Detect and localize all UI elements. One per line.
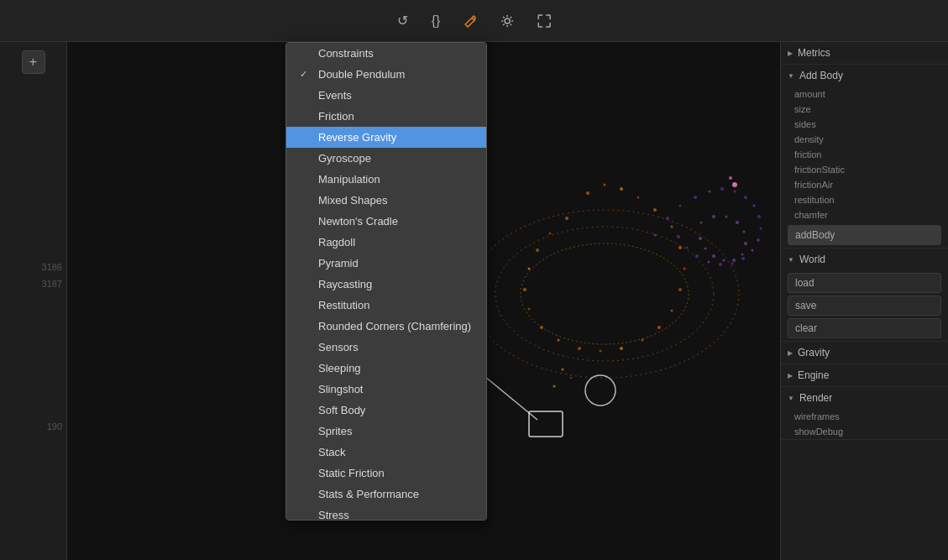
dropdown-item-newtons-cradle[interactable]: Newton's Cradle [286,211,486,232]
dropdown-label-stats-performance: Stats & Performance [318,488,419,500]
svg-point-24 [536,249,539,252]
dropdown-item-events[interactable]: Events [286,85,486,106]
render-header[interactable]: ▼ Render [781,387,948,409]
prop-restitution: restitution [781,192,948,207]
svg-point-7 [637,196,640,199]
svg-point-40 [741,257,745,260]
world-clear-button[interactable]: clear [788,318,941,338]
svg-point-37 [760,228,762,230]
dropdown-label-pyramid: Pyramid [318,257,359,270]
svg-point-28 [666,217,669,220]
svg-point-47 [700,222,703,224]
svg-point-20 [540,326,543,329]
fullscreen-button[interactable] [531,11,558,31]
dropdown-item-constraints[interactable]: Constraints [286,43,486,64]
gravity-header[interactable]: ▶ Gravity [781,342,948,364]
add-body-label: Add Body [799,70,843,81]
metrics-section: ▶ Metrics [781,42,948,65]
gravity-section: ▶ Gravity [781,342,948,364]
svg-point-3 [521,243,689,344]
add-button[interactable]: + [22,50,45,74]
svg-point-45 [686,247,689,249]
refresh-button[interactable]: ↺ [390,9,415,32]
svg-point-22 [523,288,526,291]
check-mark-double-pendulum: ✓ [300,69,313,80]
dropdown-label-manipulation: Manipulation [318,173,380,186]
svg-point-10 [678,246,682,249]
render-triangle: ▼ [788,395,794,402]
dropdown-item-stats-performance[interactable]: Stats & Performance [286,484,486,505]
svg-point-49 [725,216,728,218]
world-load-button[interactable]: load [788,273,941,293]
coord-y2: 3187 [0,277,65,290]
dropdown-item-double-pendulum[interactable]: ✓Double Pendulum [286,64,486,85]
settings-button[interactable] [494,11,521,31]
add-body-section: ▼ Add Body amount size sides density fri… [781,65,948,249]
dropdown-item-raycasting[interactable]: Raycasting [286,274,486,295]
dropdown-item-restitution[interactable]: Restitution [286,295,486,316]
dropdown-item-reverse-gravity[interactable]: Reverse Gravity [286,127,486,148]
dropdown-label-static-friction: Static Friction [318,467,385,479]
edit-icon [464,14,477,28]
add-body-button[interactable]: addBody [788,225,941,245]
dropdown-label-friction: Friction [318,110,354,123]
svg-point-0 [505,18,510,24]
prop-sides: sides [781,117,948,132]
metrics-header[interactable]: ▶ Metrics [781,42,948,64]
prop-density: density [781,132,948,147]
svg-point-63 [562,369,564,371]
world-triangle: ▼ [788,256,794,264]
dropdown-item-ragdoll[interactable]: Ragdoll [286,232,486,253]
svg-point-15 [642,339,644,342]
dropdown-item-pyramid[interactable]: Pyramid [286,253,486,274]
dropdown-item-stack[interactable]: Stack [286,442,486,463]
dropdown-item-sleeping[interactable]: Sleeping [286,358,486,379]
svg-point-66 [732,182,737,187]
dropdown-item-mixed-shapes[interactable]: Mixed Shapes [286,190,486,211]
world-label: World [799,254,825,265]
dropdown-label-constraints: Constraints [318,47,374,60]
dropdown-item-manipulation[interactable]: Manipulation [286,169,486,190]
dropdown-item-slingshot[interactable]: Slingshot [286,379,486,400]
add-body-triangle: ▼ [788,72,794,80]
svg-point-46 [677,235,680,238]
dropdown-label-sensors: Sensors [318,341,359,353]
dropdown-item-sprites[interactable]: Sprites [286,421,486,442]
world-header[interactable]: ▼ World [781,249,948,270]
svg-point-5 [604,184,606,186]
svg-point-42 [719,263,722,266]
world-save-button[interactable]: save [788,296,941,316]
edit-button[interactable] [457,11,484,31]
engine-label: Engine [798,369,829,381]
svg-point-52 [744,242,747,245]
coord-y3: 190 [0,420,65,432]
world-section: ▼ World load save clear [781,249,948,342]
svg-point-19 [558,339,560,342]
svg-point-43 [708,261,710,264]
engine-header[interactable]: ▶ Engine [781,364,948,386]
dropdown-item-friction[interactable]: Friction [286,106,486,127]
dropdown-item-soft-body[interactable]: Soft Body [286,400,486,421]
add-body-header[interactable]: ▼ Add Body [781,65,948,86]
right-sidebar: ▶ Metrics ▼ Add Body amount size sides d… [780,42,948,560]
engine-triangle: ▶ [788,372,793,379]
svg-point-29 [679,205,682,207]
gravity-triangle: ▶ [788,349,793,357]
prop-friction: friction [781,147,948,162]
dropdown-item-stress[interactable]: Stress [286,505,486,521]
prop-show-debug: showDebug [781,424,948,439]
dropdown-label-rounded-corners: Rounded Corners (Chamfering) [318,320,471,332]
svg-point-36 [757,215,761,218]
code-button[interactable]: {} [425,10,448,32]
dropdown-label-mixed-shapes: Mixed Shapes [318,194,387,207]
svg-point-34 [744,196,747,199]
toolbar: ↺ {} [0,0,948,42]
dropdown-item-static-friction[interactable]: Static Friction [286,463,486,484]
dropdown-item-sensors[interactable]: Sensors [286,337,486,358]
svg-point-8 [653,208,657,212]
dropdown-item-gyroscope[interactable]: Gyroscope [286,148,486,169]
svg-point-12 [678,288,682,291]
dropdown-item-rounded-corners[interactable]: Rounded Corners (Chamfering) [286,316,486,337]
svg-point-23 [528,268,531,270]
svg-point-58 [699,237,702,240]
